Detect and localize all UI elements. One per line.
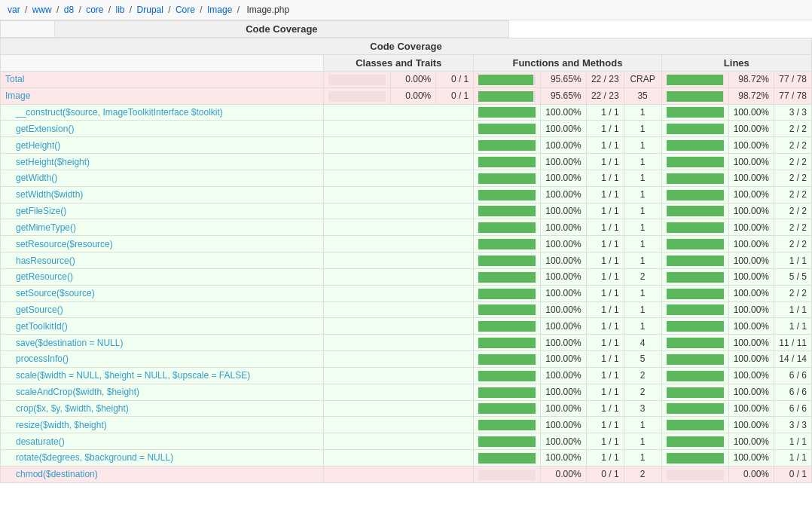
table-row: getSource()100.00%1 / 11100.00%1 / 1 [1,301,812,318]
ln-bar-cell [661,87,728,104]
code-coverage-main-title: Code Coverage [1,38,812,55]
fn-bar-cell [474,252,541,269]
ln-bar-cell [661,203,728,219]
row-label[interactable]: setWidth($width) [16,189,83,200]
fn-bar-cell [474,186,541,203]
row-label[interactable]: getMimeType() [16,222,76,233]
col-group-classes: Classes and Traits [324,55,474,72]
row-label[interactable]: processInfo() [16,353,69,364]
ln-bar-cell [661,137,728,154]
table-row: Image0.00%0 / 195.65%22 / 233598.72%77 /… [1,87,812,104]
ln-bar-cell [661,450,728,467]
ln-bar-cell [661,170,728,186]
fn-bar-cell [474,121,541,137]
fn-bar-cell [474,268,541,285]
table-row: scaleAndCrop($width, $height)100.00%1 / … [1,384,812,400]
ln-bar-cell [661,433,728,450]
table-row: setWidth($width)100.00%1 / 11100.00%2 / … [1,186,812,203]
row-label[interactable]: scale($width = NULL, $height = NULL, $up… [16,370,250,381]
table-row: rotate($degrees, $background = NULL)100.… [1,450,812,467]
table-row: __construct($source, ImageToolkitInterfa… [1,104,812,121]
ln-bar-cell [661,417,728,433]
table-row: getToolkitId()100.00%1 / 11100.00%1 / 1 [1,318,812,335]
table-row: hasResource()100.00%1 / 11100.00%1 / 1 [1,252,812,269]
col-group-lines: Lines [661,55,811,72]
table-row: chmod($destination)0.00%0 / 120.00%0 / 1 [1,466,812,482]
table-row: getExtension()100.00%1 / 11100.00%2 / 2 [1,121,812,137]
row-label[interactable]: rotate($degrees, $background = NULL) [16,452,173,463]
fn-bar-cell [474,285,541,301]
fn-bar-cell [474,367,541,384]
ln-bar-cell [661,236,728,252]
fn-bar-cell [474,219,541,236]
table-row: getWidth()100.00%1 / 11100.00%2 / 2 [1,170,812,186]
row-label[interactable]: getHeight() [16,140,60,151]
ln-bar-cell [661,301,728,318]
table-row: setResource($resource)100.00%1 / 11100.0… [1,236,812,252]
ln-bar-cell [661,335,728,351]
ln-bar-cell [661,318,728,335]
class-bar-cell [324,72,391,88]
fn-bar-cell [474,154,541,170]
fn-bar-cell [474,433,541,450]
row-label[interactable]: getSource() [16,304,63,315]
table-row: scale($width = NULL, $height = NULL, $up… [1,367,812,384]
fn-bar-cell [474,104,541,121]
ln-bar-cell [661,285,728,301]
row-label[interactable]: desaturate() [16,436,65,447]
fn-bar-cell [474,137,541,154]
row-label[interactable]: chmod($destination) [16,469,98,479]
breadcrumb: var / www / d8 / core / lib / Drupal / C… [0,0,812,20]
ln-bar-cell [661,384,728,400]
fn-bar-cell [474,301,541,318]
table-row: resize($width, $height)100.00%1 / 11100.… [1,417,812,433]
table-row: Total0.00%0 / 195.65%22 / 23CRAP98.72%77… [1,72,812,88]
fn-bar-cell [474,466,541,482]
table-row: desaturate()100.00%1 / 11100.00%1 / 1 [1,433,812,450]
row-label[interactable]: getToolkitId() [16,321,68,332]
ln-bar-cell [661,104,728,121]
table-row: getResource()100.00%1 / 12100.00%5 / 5 [1,268,812,285]
ln-bar-cell [661,268,728,285]
row-label[interactable]: hasResource() [16,256,75,266]
row-label[interactable]: getResource() [16,271,73,282]
fn-bar-cell [474,170,541,186]
class-bar-cell [324,87,391,104]
fn-bar-cell [474,236,541,252]
ln-bar-cell [661,466,728,482]
row-label[interactable]: scaleAndCrop($width, $height) [16,387,139,397]
ln-bar-cell [661,154,728,170]
ln-bar-cell [661,186,728,203]
row-label[interactable]: setHeight($height) [16,157,90,167]
row-label[interactable]: resize($width, $height) [16,420,107,430]
fn-bar-cell [474,450,541,467]
fn-bar-cell [474,400,541,417]
fn-bar-cell [474,203,541,219]
ln-bar-cell [661,400,728,417]
row-label[interactable]: Image [5,90,30,101]
table-row: crop($x, $y, $width, $height)100.00%1 / … [1,400,812,417]
table-row: getHeight()100.00%1 / 11100.00%2 / 2 [1,137,812,154]
code-coverage-title: Code Coverage [55,21,508,38]
table-row: getMimeType()100.00%1 / 11100.00%2 / 2 [1,219,812,236]
table-row: processInfo()100.00%1 / 15100.00%14 / 14 [1,351,812,368]
row-label[interactable]: save($destination = NULL) [16,338,123,348]
row-label[interactable]: getWidth() [16,173,57,183]
row-label[interactable]: getExtension() [16,124,74,134]
fn-bar-cell [474,318,541,335]
fn-bar-cell [474,72,541,88]
row-label[interactable]: setSource($source) [16,288,95,298]
ln-bar-cell [661,367,728,384]
row-label[interactable]: __construct($source, ImageToolkitInterfa… [16,107,223,118]
ln-bar-cell [661,72,728,88]
fn-bar-cell [474,335,541,351]
table-row: getFileSize()100.00%1 / 11100.00%2 / 2 [1,203,812,219]
table-row: setSource($source)100.00%1 / 11100.00%2 … [1,285,812,301]
row-label[interactable]: setResource($resource) [16,239,113,249]
row-label[interactable]: Total [5,74,24,84]
row-label[interactable]: getFileSize() [16,206,66,216]
ln-bar-cell [661,121,728,137]
ln-bar-cell [661,351,728,368]
table-row: setHeight($height)100.00%1 / 11100.00%2 … [1,154,812,170]
row-label[interactable]: crop($x, $y, $width, $height) [16,403,129,414]
